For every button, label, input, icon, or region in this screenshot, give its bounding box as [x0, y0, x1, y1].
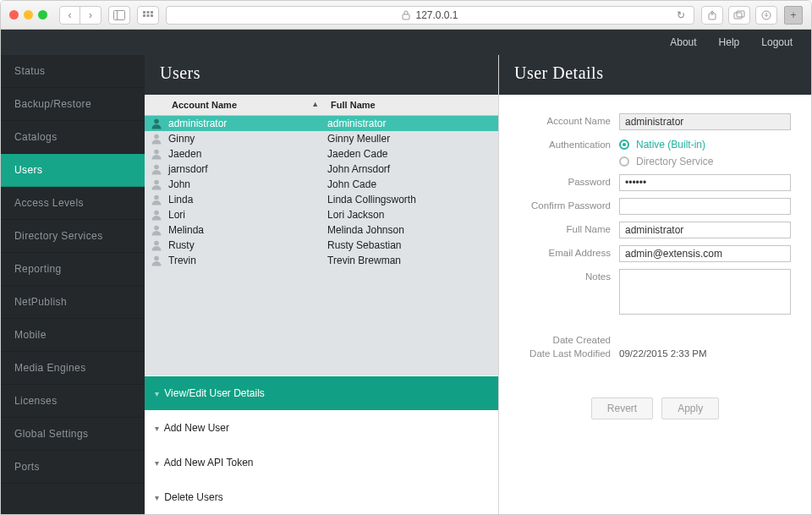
user-icon: [151, 118, 162, 129]
action-add-new-user[interactable]: ▾ Add New User: [145, 410, 498, 445]
sidebar-item-global-settings[interactable]: Global Settings: [1, 418, 145, 451]
full-name-field[interactable]: [619, 222, 791, 238]
cell-account-name: Jaeden: [168, 148, 327, 160]
radio-selected-icon: [619, 140, 629, 150]
back-button[interactable]: ‹: [60, 6, 80, 25]
user-detail-panel: User Details Account Name Authentication…: [498, 55, 811, 514]
user-icon: [151, 194, 162, 205]
email-field[interactable]: [619, 245, 791, 262]
downloads-button[interactable]: [755, 6, 777, 25]
table-row[interactable]: JaedenJaeden Cade: [145, 146, 498, 162]
cell-account-name: Lori: [168, 209, 327, 221]
action-view-edit-user-details[interactable]: ▾ View/Edit User Details: [145, 375, 498, 410]
sidebar-toggle-button[interactable]: [108, 6, 130, 25]
table-row[interactable]: TrevinTrevin Brewman: [145, 253, 498, 268]
cell-account-name: Ginny: [168, 133, 327, 145]
grid-view-button[interactable]: [137, 6, 159, 25]
new-tab-button[interactable]: +: [784, 6, 803, 25]
url-text: 127.0.0.1: [415, 9, 458, 21]
table-row[interactable]: MelindaMelinda Johnson: [145, 222, 498, 238]
cell-full-name: Trevin Brewman: [327, 255, 498, 266]
user-icon: [151, 255, 162, 266]
svg-rect-10: [734, 13, 742, 19]
user-icon-cell: [145, 163, 168, 175]
auth-directory-radio[interactable]: Directory Service: [619, 156, 713, 167]
sidebar-item-status[interactable]: Status: [1, 55, 145, 88]
confirm-password-field[interactable]: [619, 198, 791, 215]
sidebar-item-catalogs[interactable]: Catalogs: [1, 121, 145, 154]
user-icon-cell: [145, 133, 168, 145]
table-row[interactable]: GinnyGinny Meuller: [145, 131, 498, 146]
chevron-icon: ▾: [155, 458, 159, 468]
tabs-button[interactable]: [728, 6, 750, 25]
svg-point-13: [154, 119, 159, 124]
users-table-header: Account Name ▲ Full Name: [145, 95, 498, 116]
close-window-icon[interactable]: [9, 10, 19, 19]
help-link[interactable]: Help: [719, 36, 740, 48]
svg-point-17: [154, 180, 159, 185]
user-icon: [151, 209, 162, 221]
cell-full-name: Melinda Johnson: [327, 224, 498, 236]
maximize-window-icon[interactable]: [38, 10, 47, 19]
value-date-modified: 09/22/2015 2:33 PM: [619, 348, 707, 359]
sidebar-item-users[interactable]: Users: [1, 154, 145, 187]
svg-rect-0: [114, 10, 125, 19]
notes-field[interactable]: [619, 269, 791, 315]
auth-native-radio[interactable]: Native (Built-in): [619, 139, 713, 151]
action-delete-users[interactable]: ▾ Delete Users: [145, 479, 498, 514]
table-row[interactable]: administratoradministrator: [145, 116, 498, 131]
user-icon-cell: [145, 178, 168, 190]
revert-button[interactable]: Revert: [591, 397, 653, 419]
password-field[interactable]: [619, 174, 791, 191]
reload-button[interactable]: ↻: [677, 9, 685, 21]
cell-account-name: Melinda: [168, 224, 327, 236]
table-row[interactable]: RustyRusty Sebastian: [145, 238, 498, 253]
sidebar-item-mobile[interactable]: Mobile: [1, 319, 145, 352]
sidebar-item-licenses[interactable]: Licenses: [1, 385, 145, 418]
action-add-new-api-token[interactable]: ▾ Add New API Token: [145, 445, 498, 479]
user-icon-cell: [145, 239, 168, 251]
cell-full-name: Ginny Meuller: [327, 133, 498, 145]
share-button[interactable]: [701, 6, 723, 25]
sidebar-item-ports[interactable]: Ports: [1, 451, 145, 484]
cell-account-name: Linda: [168, 194, 327, 205]
apply-button[interactable]: Apply: [661, 397, 719, 419]
chevron-icon: ▾: [155, 493, 159, 502]
sidebar-item-directory-services[interactable]: Directory Services: [1, 220, 145, 253]
sidebar-item-netpublish[interactable]: NetPublish: [1, 286, 145, 319]
sidebar-item-access-levels[interactable]: Access Levels: [1, 187, 145, 220]
browser-chrome: ‹ › 127.0.0.1 ↻: [1, 1, 811, 30]
table-row[interactable]: LoriLori Jackson: [145, 207, 498, 222]
user-icon-cell: [145, 148, 168, 160]
cell-full-name: Rusty Sebastian: [327, 239, 498, 251]
logout-link[interactable]: Logout: [761, 36, 793, 48]
sidebar-item-media-engines[interactable]: Media Engines: [1, 352, 145, 385]
window-controls[interactable]: [9, 10, 47, 19]
svg-point-16: [154, 165, 159, 170]
about-link[interactable]: About: [670, 36, 696, 48]
sidebar-item-reporting[interactable]: Reporting: [1, 253, 145, 286]
column-account-name[interactable]: Account Name ▲: [168, 95, 327, 115]
label-full-name: Full Name: [519, 222, 619, 234]
label-confirm-password: Confirm Password: [519, 198, 619, 211]
cell-full-name: administrator: [327, 118, 498, 129]
user-icon: [151, 133, 162, 145]
svg-rect-3: [147, 11, 150, 14]
nav-back-forward[interactable]: ‹ ›: [59, 6, 102, 25]
table-row[interactable]: LindaLinda Collingsworth: [145, 192, 498, 207]
table-row[interactable]: jarnsdorfJohn Arnsdorf: [145, 162, 498, 177]
sidebar-item-backup-restore[interactable]: Backup/Restore: [1, 88, 145, 121]
svg-rect-6: [147, 14, 150, 17]
address-bar[interactable]: 127.0.0.1 ↻: [166, 6, 694, 25]
column-full-name[interactable]: Full Name: [327, 95, 498, 115]
user-icon: [151, 178, 162, 190]
table-row[interactable]: JohnJohn Cade: [145, 177, 498, 192]
forward-button[interactable]: ›: [80, 6, 101, 25]
svg-rect-2: [143, 11, 145, 14]
minimize-window-icon[interactable]: [24, 10, 33, 19]
tabs-icon: [733, 10, 745, 20]
account-name-field[interactable]: [619, 113, 791, 130]
label-password: Password: [519, 174, 619, 187]
svg-rect-4: [151, 11, 153, 14]
cell-full-name: Linda Collingsworth: [327, 194, 498, 205]
